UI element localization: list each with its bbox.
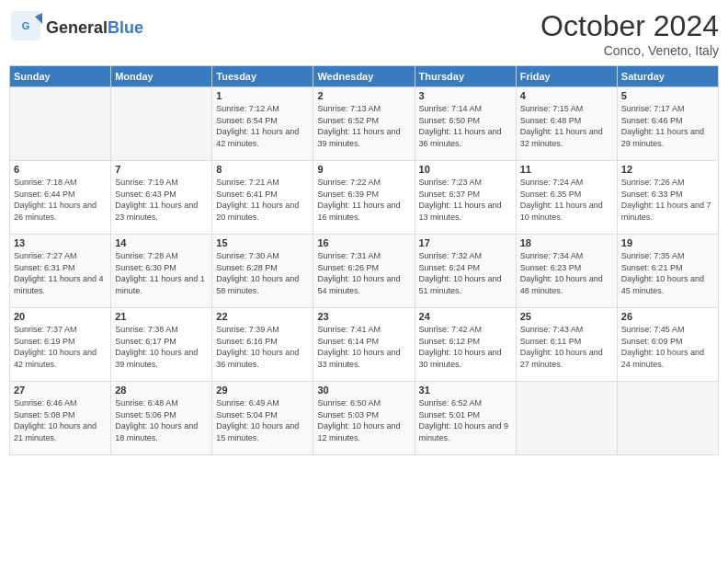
column-header-friday: Friday — [516, 66, 617, 87]
column-header-tuesday: Tuesday — [212, 66, 313, 87]
day-number: 2 — [317, 90, 410, 101]
calendar-cell: 30Sunrise: 6:50 AMSunset: 5:03 PMDayligh… — [313, 382, 415, 455]
page-header: G GeneralBlue October 2024 Conco, Veneto… — [9, 9, 719, 58]
day-info: Sunrise: 7:21 AMSunset: 6:41 PMDaylight:… — [216, 177, 309, 223]
calendar-cell: 2Sunrise: 7:13 AMSunset: 6:52 PMDaylight… — [313, 87, 415, 161]
day-info: Sunrise: 7:38 AMSunset: 6:17 PMDaylight:… — [115, 324, 208, 370]
title-section: October 2024 Conco, Veneto, Italy — [540, 9, 719, 58]
day-number: 15 — [216, 237, 309, 248]
calendar-cell: 20Sunrise: 7:37 AMSunset: 6:19 PMDayligh… — [10, 308, 111, 382]
calendar-cell — [516, 382, 617, 455]
day-number: 4 — [520, 90, 613, 101]
calendar-cell: 22Sunrise: 7:39 AMSunset: 6:16 PMDayligh… — [212, 308, 313, 382]
day-number: 23 — [317, 311, 410, 322]
day-info: Sunrise: 6:48 AMSunset: 5:06 PMDaylight:… — [115, 397, 208, 443]
day-info: Sunrise: 7:27 AMSunset: 6:31 PMDaylight:… — [14, 250, 107, 296]
calendar-cell: 9Sunrise: 7:22 AMSunset: 6:39 PMDaylight… — [313, 161, 415, 235]
calendar-cell: 21Sunrise: 7:38 AMSunset: 6:17 PMDayligh… — [111, 308, 212, 382]
day-number: 7 — [115, 164, 208, 175]
calendar-cell: 26Sunrise: 7:45 AMSunset: 6:09 PMDayligh… — [617, 308, 718, 382]
calendar-cell: 1Sunrise: 7:12 AMSunset: 6:54 PMDaylight… — [212, 87, 313, 161]
day-info: Sunrise: 7:18 AMSunset: 6:44 PMDaylight:… — [14, 177, 107, 223]
day-number: 21 — [115, 311, 208, 322]
day-info: Sunrise: 7:41 AMSunset: 6:14 PMDaylight:… — [317, 324, 410, 370]
day-number: 25 — [520, 311, 613, 322]
day-info: Sunrise: 7:12 AMSunset: 6:54 PMDaylight:… — [216, 103, 309, 149]
day-info: Sunrise: 7:43 AMSunset: 6:11 PMDaylight:… — [520, 324, 613, 370]
svg-text:G: G — [22, 20, 30, 31]
calendar-cell: 31Sunrise: 6:52 AMSunset: 5:01 PMDayligh… — [415, 382, 516, 455]
day-number: 18 — [520, 237, 613, 248]
day-info: Sunrise: 7:23 AMSunset: 6:37 PMDaylight:… — [419, 177, 512, 223]
column-header-thursday: Thursday — [415, 66, 516, 87]
day-number: 14 — [115, 237, 208, 248]
calendar-cell: 24Sunrise: 7:42 AMSunset: 6:12 PMDayligh… — [415, 308, 516, 382]
day-info: Sunrise: 7:17 AMSunset: 6:46 PMDaylight:… — [621, 103, 714, 149]
day-number: 6 — [14, 164, 107, 175]
calendar-cell: 28Sunrise: 6:48 AMSunset: 5:06 PMDayligh… — [111, 382, 212, 455]
calendar-cell: 23Sunrise: 7:41 AMSunset: 6:14 PMDayligh… — [313, 308, 415, 382]
day-info: Sunrise: 7:19 AMSunset: 6:43 PMDaylight:… — [115, 177, 208, 223]
calendar-cell: 12Sunrise: 7:26 AMSunset: 6:33 PMDayligh… — [617, 161, 718, 235]
day-info: Sunrise: 7:26 AMSunset: 6:33 PMDaylight:… — [621, 177, 714, 223]
calendar-cell: 25Sunrise: 7:43 AMSunset: 6:11 PMDayligh… — [516, 308, 617, 382]
day-info: Sunrise: 7:22 AMSunset: 6:39 PMDaylight:… — [317, 177, 410, 223]
logo-icon: G — [9, 9, 42, 42]
day-info: Sunrise: 7:28 AMSunset: 6:30 PMDaylight:… — [115, 250, 208, 296]
calendar-cell: 18Sunrise: 7:34 AMSunset: 6:23 PMDayligh… — [516, 235, 617, 308]
day-number: 3 — [419, 90, 512, 101]
day-info: Sunrise: 7:15 AMSunset: 6:48 PMDaylight:… — [520, 103, 613, 149]
day-info: Sunrise: 7:24 AMSunset: 6:35 PMDaylight:… — [520, 177, 613, 223]
day-number: 27 — [14, 385, 107, 396]
day-info: Sunrise: 7:32 AMSunset: 6:24 PMDaylight:… — [419, 250, 512, 296]
calendar-cell: 8Sunrise: 7:21 AMSunset: 6:41 PMDaylight… — [212, 161, 313, 235]
day-number: 30 — [317, 385, 410, 396]
day-number: 31 — [419, 385, 512, 396]
day-number: 9 — [317, 164, 410, 175]
day-number: 1 — [216, 90, 309, 101]
calendar-cell: 6Sunrise: 7:18 AMSunset: 6:44 PMDaylight… — [10, 161, 111, 235]
day-number: 11 — [520, 164, 613, 175]
day-number: 5 — [621, 90, 714, 101]
calendar-cell: 11Sunrise: 7:24 AMSunset: 6:35 PMDayligh… — [516, 161, 617, 235]
day-number: 26 — [621, 311, 714, 322]
day-info: Sunrise: 6:49 AMSunset: 5:04 PMDaylight:… — [216, 397, 309, 443]
day-info: Sunrise: 7:31 AMSunset: 6:26 PMDaylight:… — [317, 250, 410, 296]
calendar-header: SundayMondayTuesdayWednesdayThursdayFrid… — [10, 66, 719, 87]
calendar-cell: 7Sunrise: 7:19 AMSunset: 6:43 PMDaylight… — [111, 161, 212, 235]
calendar-table: SundayMondayTuesdayWednesdayThursdayFrid… — [9, 65, 719, 455]
day-number: 12 — [621, 164, 714, 175]
calendar-cell — [111, 87, 212, 161]
calendar-cell: 27Sunrise: 6:46 AMSunset: 5:08 PMDayligh… — [10, 382, 111, 455]
calendar-cell — [617, 382, 718, 455]
calendar-cell: 15Sunrise: 7:30 AMSunset: 6:28 PMDayligh… — [212, 235, 313, 308]
day-info: Sunrise: 7:35 AMSunset: 6:21 PMDaylight:… — [621, 250, 714, 296]
day-info: Sunrise: 6:50 AMSunset: 5:03 PMDaylight:… — [317, 397, 410, 443]
calendar-cell: 5Sunrise: 7:17 AMSunset: 6:46 PMDaylight… — [617, 87, 718, 161]
day-number: 13 — [14, 237, 107, 248]
day-info: Sunrise: 7:30 AMSunset: 6:28 PMDaylight:… — [216, 250, 309, 296]
calendar-cell: 19Sunrise: 7:35 AMSunset: 6:21 PMDayligh… — [617, 235, 718, 308]
logo-text-blue: Blue — [108, 18, 143, 37]
month-title: October 2024 — [540, 9, 719, 43]
column-header-sunday: Sunday — [10, 66, 111, 87]
column-header-saturday: Saturday — [617, 66, 718, 87]
logo-text-general: General — [46, 18, 108, 37]
day-number: 10 — [419, 164, 512, 175]
calendar-cell: 17Sunrise: 7:32 AMSunset: 6:24 PMDayligh… — [415, 235, 516, 308]
day-number: 16 — [317, 237, 410, 248]
day-number: 19 — [621, 237, 714, 248]
day-info: Sunrise: 7:13 AMSunset: 6:52 PMDaylight:… — [317, 103, 410, 149]
day-info: Sunrise: 6:46 AMSunset: 5:08 PMDaylight:… — [14, 397, 107, 443]
calendar-cell: 14Sunrise: 7:28 AMSunset: 6:30 PMDayligh… — [111, 235, 212, 308]
calendar-cell: 29Sunrise: 6:49 AMSunset: 5:04 PMDayligh… — [212, 382, 313, 455]
day-info: Sunrise: 7:42 AMSunset: 6:12 PMDaylight:… — [419, 324, 512, 370]
day-number: 22 — [216, 311, 309, 322]
day-info: Sunrise: 6:52 AMSunset: 5:01 PMDaylight:… — [419, 397, 512, 443]
day-number: 28 — [115, 385, 208, 396]
day-number: 8 — [216, 164, 309, 175]
column-header-monday: Monday — [111, 66, 212, 87]
column-header-wednesday: Wednesday — [313, 66, 415, 87]
day-number: 24 — [419, 311, 512, 322]
calendar-cell: 10Sunrise: 7:23 AMSunset: 6:37 PMDayligh… — [415, 161, 516, 235]
